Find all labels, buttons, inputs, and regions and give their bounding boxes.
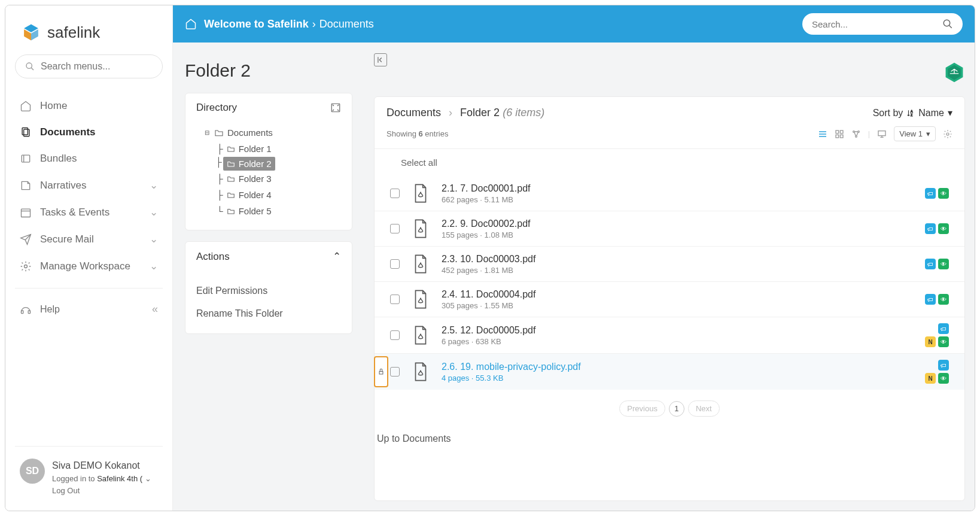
prev-button[interactable]: Previous (619, 400, 665, 417)
svg-line-4 (31, 68, 34, 70)
tag-badge[interactable]: 🏷 (938, 323, 949, 334)
action-edit-permissions[interactable]: Edit Permissions (196, 280, 341, 302)
file-row[interactable]: 2.6. 19. mobile-privacy-policy.pdf4 page… (375, 354, 964, 390)
path-root[interactable]: Documents (386, 107, 441, 119)
sidebar-item-home[interactable]: Home (15, 93, 163, 119)
svg-rect-7 (22, 155, 29, 162)
svg-point-14 (944, 20, 950, 26)
file-row[interactable]: 2.2. 9. Doc00002.pdf155 pages · 1.08 MB🏷… (375, 211, 964, 247)
file-meta: 6 pages · 638 KB (442, 337, 914, 346)
product-badge-icon[interactable] (944, 62, 965, 83)
search-menus-input[interactable] (41, 61, 160, 72)
svg-point-35 (946, 133, 949, 135)
global-search[interactable] (802, 13, 963, 35)
tag-badge[interactable]: 👁 (938, 259, 949, 269)
home-icon[interactable] (185, 18, 197, 30)
search-icon[interactable] (942, 19, 953, 29)
divider (15, 288, 163, 289)
content: Documents › Folder 2 (6 items) Sort by A… (374, 96, 965, 501)
gear-icon[interactable] (943, 129, 952, 139)
avatar[interactable]: SD (20, 459, 45, 484)
tree-item[interactable]: └Folder 5 (215, 203, 341, 219)
topbar: Welcome to Safelink›Documents (173, 5, 975, 43)
action-rename-folder[interactable]: Rename This Folder (196, 302, 341, 325)
tree-item[interactable]: ├Folder 4 (215, 187, 341, 203)
mail-icon (20, 233, 32, 245)
sidebar-item-narratives[interactable]: Narratives⌄ (15, 172, 163, 199)
sidebar-item-help[interactable]: Help « (15, 297, 163, 321)
svg-rect-27 (836, 135, 839, 138)
svg-rect-12 (22, 310, 23, 313)
network-view-icon[interactable] (851, 129, 861, 139)
expand-icon[interactable] (330, 102, 341, 113)
workspace-select[interactable]: Safelink 4th ( (97, 474, 142, 483)
sidebar-item-documents[interactable]: Documents (15, 119, 163, 145)
tag-badge[interactable]: 🏷 (925, 223, 936, 234)
tree-item[interactable]: ├Folder 1 (215, 141, 341, 157)
logo-icon (21, 22, 41, 43)
sort-control[interactable]: Sort by AZ Name ▾ (873, 107, 952, 119)
svg-rect-9 (22, 209, 31, 217)
drag-handle[interactable] (374, 356, 388, 387)
sidebar-item-manage[interactable]: Manage Workspace⌄ (15, 253, 163, 280)
tag-badge[interactable]: 🏷 (925, 188, 936, 199)
tag-badge[interactable]: 👁 (938, 294, 949, 305)
file-checkbox[interactable] (390, 189, 400, 198)
file-row[interactable]: 2.5. 12. Doc00005.pdf6 pages · 638 KB🏷N👁 (375, 317, 964, 354)
tag-badge[interactable]: 🏷 (938, 360, 949, 371)
view-selector[interactable]: View 1▾ (894, 126, 936, 141)
item-count: (6 items) (503, 107, 544, 119)
collapse-panel-button[interactable] (374, 53, 387, 66)
presentation-icon[interactable] (877, 129, 887, 139)
tree-item-selected[interactable]: Folder 2 (223, 157, 275, 171)
tag-badge[interactable]: 🏷 (925, 294, 936, 305)
brand-name: safelink (47, 23, 100, 42)
file-name: 2.5. 12. Doc00005.pdf (442, 325, 914, 336)
logout-link[interactable]: Log Out (52, 485, 151, 497)
file-name: 2.4. 11. Doc00004.pdf (442, 289, 914, 300)
tag-badge[interactable]: 👁 (938, 373, 949, 384)
content-breadcrumb: Documents › Folder 2 (6 items) (386, 107, 544, 119)
sidebar-item-mail[interactable]: Secure Mail⌄ (15, 226, 163, 253)
tag-badge[interactable]: 👁 (938, 336, 949, 347)
search-menus[interactable] (15, 54, 163, 78)
grid-view-icon[interactable] (835, 129, 844, 139)
file-row[interactable]: 2.4. 11. Doc00004.pdf305 pages · 1.55 MB… (375, 282, 964, 317)
path-folder[interactable]: Folder 2 (460, 107, 500, 119)
tree-item[interactable]: ├Folder 3 (215, 171, 341, 187)
svg-rect-28 (840, 135, 843, 138)
tree-root[interactable]: ⊟Documents (203, 125, 341, 141)
chevron-up-icon[interactable]: ⌃ (333, 250, 341, 263)
pagination: Previous 1 Next (375, 390, 964, 427)
tag-badge[interactable]: 👁 (938, 223, 949, 234)
file-list: Select all 2.1. 7. Doc00001.pdf662 pages… (375, 149, 964, 390)
next-button[interactable]: Next (688, 400, 720, 417)
file-checkbox[interactable] (390, 330, 400, 340)
page-number[interactable]: 1 (669, 401, 684, 417)
sidebar-item-tasks[interactable]: Tasks & Events⌄ (15, 199, 163, 226)
sidebar: safelink Home Documents Bundles Narrativ… (5, 5, 173, 511)
file-row[interactable]: 2.3. 10. Doc00003.pdf452 pages · 1.81 MB… (375, 247, 964, 282)
file-checkbox[interactable] (390, 259, 400, 269)
file-checkbox[interactable] (390, 295, 400, 304)
file-meta: 4 pages · 55.3 KB (442, 374, 914, 383)
list-view-icon[interactable] (818, 129, 827, 139)
svg-line-15 (949, 25, 952, 28)
svg-rect-26 (840, 130, 843, 133)
showing-count: Showing 6 entries (386, 129, 448, 138)
file-row[interactable]: 2.1. 7. Doc00001.pdf662 pages · 5.11 MB🏷… (375, 176, 964, 211)
collapse-icon[interactable]: « (152, 303, 158, 315)
sidebar-item-bundles[interactable]: Bundles (15, 145, 163, 172)
tag-badge[interactable]: 🏷 (925, 259, 936, 269)
file-checkbox[interactable] (390, 367, 400, 377)
pdf-icon (410, 288, 431, 311)
tag-badge[interactable]: N (925, 373, 936, 384)
tag-badge[interactable]: 👁 (938, 188, 949, 199)
global-search-input[interactable] (812, 19, 942, 29)
help-icon (20, 303, 32, 315)
select-all-row[interactable]: Select all (375, 149, 964, 176)
tag-badge[interactable]: N (925, 336, 936, 347)
file-checkbox[interactable] (390, 224, 400, 233)
actions-label: Actions (196, 251, 230, 263)
up-link[interactable]: Up to Documents (375, 427, 964, 456)
